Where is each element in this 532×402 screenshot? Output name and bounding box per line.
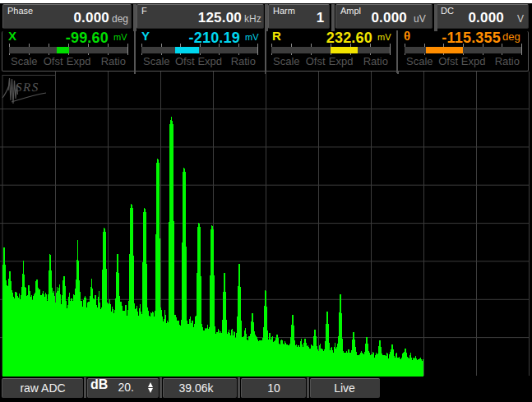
svg-text:SRS: SRS — [16, 81, 39, 95]
